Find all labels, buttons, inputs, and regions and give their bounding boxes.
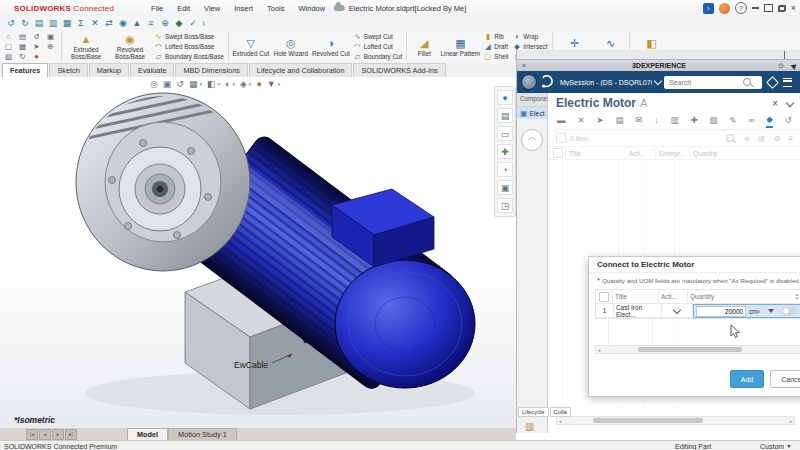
boundary-cut-button[interactable]: ▱Boundary Cut — [353, 52, 403, 61]
settings-gear-icon[interactable]: ⊙ — [774, 134, 781, 143]
col-quantity[interactable]: Quantity — [690, 147, 800, 159]
lofted-cut-button[interactable]: ◠Lofted Cut — [353, 42, 403, 51]
fillet-button[interactable]: ◢ Fillet — [409, 30, 439, 63]
quantity-input[interactable] — [696, 306, 746, 317]
restore-icon[interactable] — [764, 4, 773, 12]
menu-edit[interactable]: Edit — [170, 4, 197, 13]
card-horizontal-scrollbar[interactable]: ◂ ▸ — [556, 416, 795, 425]
history-tab-icon[interactable]: ↺ — [785, 115, 792, 127]
qat-icon-6[interactable]: Σ — [74, 18, 88, 28]
uom-dropdown-icon[interactable] — [768, 309, 774, 313]
scroll-right-icon[interactable]: ▸ — [788, 418, 794, 424]
dialog-horizontal-scrollbar[interactable]: ◂ ▸ — [595, 345, 800, 354]
qat-icon-2[interactable]: ↻ — [18, 18, 32, 28]
card-close-icon[interactable]: × — [772, 98, 778, 109]
tab-markup[interactable]: Markup — [89, 63, 129, 77]
maturity-tab-icon[interactable]: ✕ — [577, 115, 584, 127]
dock-clock-icon[interactable]: ⊙ — [778, 62, 784, 70]
session-chevron-icon[interactable] — [654, 77, 662, 85]
share-tab-icon[interactable]: ➤ — [596, 115, 603, 127]
qat-icon-1[interactable]: ↺ — [4, 18, 18, 28]
home-icon[interactable]: ⌂ — [2, 32, 15, 42]
menu-window[interactable]: Window — [291, 4, 332, 13]
dialog-col-quantity[interactable]: Quantity ▲▼ — [688, 290, 800, 303]
select-all-checkbox[interactable] — [556, 133, 566, 143]
capture-icon[interactable]: ◳ — [497, 198, 513, 213]
menu-hamburger-icon[interactable] — [783, 78, 792, 87]
qat-icon-4[interactable]: ▥ — [46, 18, 60, 28]
panel-collapse-button[interactable] — [784, 52, 792, 57]
dialog-data-row[interactable]: 1 Cast Iron Elect... cm³ As Required — [596, 304, 800, 318]
col-title[interactable]: Title — [566, 147, 626, 159]
graphics-viewport[interactable]: ◎ ▣ ↺ ▦▾ ◧▾ ◐▾ ◈▾ ● ▼▾ — [0, 77, 516, 428]
connections-tab-icon[interactable]: ◆ — [766, 114, 773, 128]
close-icon[interactable]: × — [791, 4, 796, 13]
tab-evaluate[interactable]: Evaluate — [130, 63, 174, 77]
properties-tab-icon[interactable]: ▤ — [615, 115, 623, 127]
qat-icon-11[interactable]: ≡ — [144, 18, 158, 28]
dialog-scroll-thumb[interactable] — [638, 347, 742, 352]
uom-value[interactable]: cm³ — [749, 308, 760, 315]
dialog-header-checkbox[interactable] — [599, 292, 609, 302]
tab-last-icon[interactable]: ▸| — [65, 429, 77, 440]
options-icon[interactable]: ⊕ — [44, 42, 57, 52]
extruded-cut-button[interactable]: ▽ Extruded Cut — [231, 30, 271, 63]
structure-tab-icon[interactable]: ▥ — [671, 115, 679, 127]
electric-motor-model[interactable]: EwCable — [40, 77, 510, 422]
columns-icon[interactable]: ▦ — [758, 134, 766, 143]
window-layout-icon[interactable]: ▣ — [497, 180, 513, 195]
rib-button[interactable]: ▮Rib — [483, 32, 508, 41]
qat-icon-7[interactable]: ✕ — [88, 18, 102, 28]
new-doc-icon[interactable]: ▢ — [2, 42, 15, 52]
qat-icon-3[interactable]: ▤ — [32, 18, 46, 28]
qat-icon-5[interactable]: ▦ — [60, 18, 74, 28]
print-icon[interactable]: ▦ — [16, 42, 29, 52]
dialog-col-title[interactable]: Title — [613, 290, 659, 303]
linear-pattern-button[interactable]: ▦ Linear Pattern — [439, 30, 481, 63]
search-icon[interactable] — [743, 78, 751, 86]
tab-prev-icon[interactable]: ◂ — [39, 429, 51, 440]
scroll-left-icon[interactable]: ◂ — [557, 418, 563, 424]
menu-view[interactable]: View — [197, 4, 227, 13]
qat-icon-12[interactable]: ⊕ — [158, 18, 172, 28]
col-enterprise[interactable]: Enterpr... — [656, 147, 690, 159]
extruded-boss-button[interactable]: ▲ Extruded Boss/Base — [64, 30, 108, 63]
menu-insert[interactable]: Insert — [227, 4, 260, 13]
revolved-cut-button[interactable]: ◑ Revolved Cut — [311, 30, 351, 63]
save-icon[interactable]: ▤ — [16, 32, 29, 42]
tag-icon[interactable] — [766, 76, 779, 89]
session-selector[interactable]: MySession - (DS - DSQRL070 - E... — [560, 79, 652, 86]
header-checkbox[interactable] — [553, 148, 563, 158]
shell-button[interactable]: ▢Shell — [483, 52, 508, 61]
swept-boss-button[interactable]: ∿Swept Boss/Base — [154, 32, 224, 41]
qat-icon-13[interactable]: ◆ — [172, 18, 186, 28]
rail-part-icon[interactable]: ▥ — [525, 421, 534, 432]
tab-lifecycle[interactable]: Lifecycle — [518, 407, 549, 417]
rebuild-icon[interactable]: ● — [30, 52, 43, 62]
tab-motion-study[interactable]: Motion Study 1 — [168, 428, 237, 440]
tab-sketch[interactable]: Sketch — [49, 63, 87, 77]
session-panel-icon[interactable]: › — [703, 3, 714, 14]
qat-icon-9[interactable]: ◉ — [116, 18, 130, 28]
menu-file[interactable]: File — [144, 4, 170, 13]
grid-search-icon[interactable] — [726, 134, 734, 142]
dock-overflow-chevrons[interactable]: » — [522, 62, 526, 69]
tab-solidworks-addins[interactable]: SOLIDWORKS Add-Ins — [353, 63, 445, 77]
qat-icon-14[interactable]: ✓ — [186, 18, 200, 28]
list-view-icon[interactable]: ≡ — [788, 134, 793, 143]
add-button[interactable]: Add — [730, 370, 764, 388]
window-icon[interactable]: ▣ — [44, 32, 57, 42]
add-tab-icon[interactable]: ✚ — [690, 115, 697, 127]
tab-lifecycle-collaboration[interactable]: Lifecycle and Collaboration — [249, 63, 353, 77]
lofted-boss-button[interactable]: ◠Lofted Boss/Base — [154, 42, 224, 51]
select-icon[interactable]: ➤ — [30, 42, 43, 52]
dialog-scroll-left-icon[interactable]: ◂ — [596, 347, 602, 353]
panel-search-input[interactable] — [667, 78, 743, 87]
boundary-boss-button[interactable]: ▱Boundary Boss/Base — [154, 52, 224, 61]
filter-icon[interactable]: ◈ — [744, 134, 750, 143]
storage-icon[interactable]: ▤ — [497, 108, 513, 123]
sort-icon[interactable]: ▲▼ — [795, 293, 799, 300]
rail-component-item[interactable]: ▣ Elect — [517, 107, 548, 119]
as-required-toggle[interactable] — [782, 307, 797, 315]
documents-tab-icon[interactable]: ▧ — [709, 115, 717, 127]
